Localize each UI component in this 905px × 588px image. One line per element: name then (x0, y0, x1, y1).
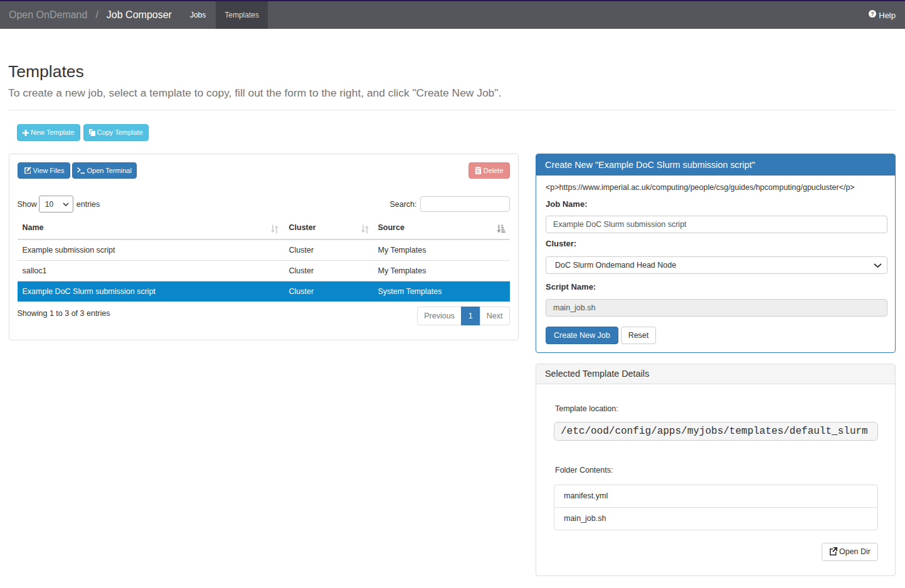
svg-text:?: ? (871, 11, 875, 17)
